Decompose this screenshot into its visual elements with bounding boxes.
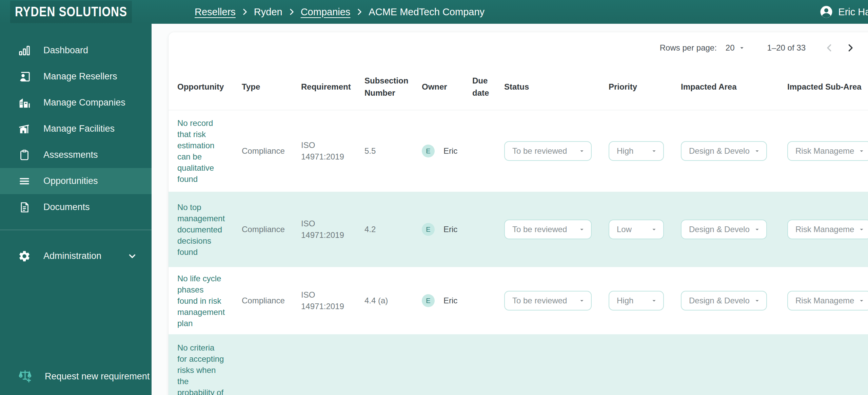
main-content: Rows per page: 20 1–20 of 33 Opportunity… <box>152 24 868 395</box>
pagination-range: 1–20 of 33 <box>767 43 806 53</box>
breadcrumb-current-company: ACME MedTech Company <box>369 6 485 18</box>
breadcrumb: Resellers Ryden Companies ACME MedTech C… <box>195 6 485 18</box>
sidebar-item-manage-resellers[interactable]: Manage Resellers <box>0 63 152 90</box>
requirement-cell: ISO 14971:2019 <box>301 289 352 312</box>
impacted-area-dropdown[interactable]: Design & Develo... <box>681 220 767 239</box>
sidebar-item-assessments[interactable]: Assessments <box>0 142 152 168</box>
owner-avatar: E <box>422 223 435 236</box>
brand-logo[interactable]: RYDEN SOLUTIONS <box>10 1 132 23</box>
sidebar-item-documents[interactable]: Documents <box>0 194 152 220</box>
impacted-sub-area-dropdown[interactable]: Risk Manageme... <box>787 141 868 161</box>
breadcrumb-resellers[interactable]: Resellers <box>195 6 236 18</box>
caret-down-icon <box>650 147 658 155</box>
caret-down-icon <box>650 226 658 233</box>
opportunity-link[interactable]: No top management documented decisions f… <box>177 202 232 258</box>
caret-down-icon <box>578 297 586 304</box>
breadcrumb-ryden: Ryden <box>254 6 282 18</box>
type-cell: Compliance <box>242 145 301 157</box>
previous-page-button[interactable] <box>822 40 837 55</box>
column-header-status[interactable]: Status <box>504 81 609 93</box>
impacted-area-dropdown[interactable]: Design & Develo... <box>681 291 767 311</box>
type-cell: Compliance <box>242 295 301 306</box>
list-icon <box>18 174 31 188</box>
facility-icon <box>18 122 31 136</box>
sidebar-item-opportunities[interactable]: Opportunities <box>0 168 152 194</box>
chevron-left-icon <box>824 43 834 53</box>
sidebar-item-dashboard[interactable]: Dashboard <box>0 37 152 63</box>
column-header-subsection-number[interactable]: Subsection Number <box>364 75 422 99</box>
column-header-requirement[interactable]: Requirement <box>301 81 364 93</box>
column-header-priority[interactable]: Priority <box>609 81 681 93</box>
caret-down-icon <box>753 147 761 155</box>
sidebar-item-manage-facilities[interactable]: Manage Facilities <box>0 116 152 142</box>
caret-down-icon <box>858 297 865 304</box>
sidebar-item-label: Manage Resellers <box>43 71 117 82</box>
column-header-opportunity[interactable]: Opportunity <box>177 81 242 93</box>
sidebar: Dashboard Manage Resellers <box>0 24 152 395</box>
status-dropdown[interactable]: To be reviewed <box>504 141 592 161</box>
bar-chart-icon <box>18 44 31 57</box>
caret-down-icon <box>858 147 865 155</box>
breadcrumb-companies[interactable]: Companies <box>301 6 351 18</box>
top-bar: RYDEN SOLUTIONS Resellers Ryden Companie… <box>0 0 868 24</box>
priority-dropdown[interactable]: High <box>609 291 664 311</box>
type-cell: Compliance <box>242 224 301 235</box>
table-row[interactable]: No criteria for accepting risks when the… <box>169 334 868 395</box>
clipboard-icon <box>18 148 31 162</box>
building-icon <box>18 96 31 110</box>
column-header-due-date[interactable]: Due date <box>472 75 504 99</box>
owner-avatar: E <box>422 294 435 307</box>
rows-per-page-value: 20 <box>726 43 735 53</box>
column-header-owner[interactable]: Owner <box>422 81 472 93</box>
caret-down-icon <box>858 226 865 233</box>
request-new-requirement-button[interactable]: Request new requirement <box>0 358 152 395</box>
owner-cell: E Eric <box>422 145 472 157</box>
caret-down-icon <box>753 226 761 233</box>
sidebar-item-administration[interactable]: Administration <box>0 243 152 269</box>
opportunity-link[interactable]: No criteria for accepting risks when the… <box>177 334 232 395</box>
owner-name: Eric <box>443 295 457 306</box>
priority-dropdown[interactable]: Low <box>609 220 664 239</box>
column-header-impacted-sub-area[interactable]: Impacted Sub-Area <box>787 81 868 93</box>
status-dropdown[interactable]: To be reviewed <box>504 220 592 239</box>
subsection-cell: 5.5 <box>364 145 422 157</box>
gear-icon <box>18 249 31 263</box>
document-icon <box>18 201 31 214</box>
impacted-area-dropdown[interactable]: Design & Develo... <box>681 141 767 161</box>
next-page-button[interactable] <box>843 40 858 55</box>
sidebar-item-label: Documents <box>43 202 90 212</box>
user-menu[interactable]: Eric Hani <box>819 0 868 24</box>
opportunity-link[interactable]: No life cycle phases found in risk manag… <box>177 273 232 329</box>
sidebar-item-label: Dashboard <box>43 45 88 56</box>
table-row[interactable]: No life cycle phases found in risk manag… <box>169 267 868 334</box>
rows-per-page-label: Rows per page: <box>660 43 717 53</box>
column-header-impacted-area[interactable]: Impacted Area <box>681 81 787 93</box>
requirement-cell: ISO 14971:2019 <box>301 218 352 241</box>
subsection-cell: 4.4 (a) <box>364 295 422 306</box>
chevron-right-icon <box>287 7 296 16</box>
column-header-type[interactable]: Type <box>242 81 301 93</box>
subsection-cell: 4.2 <box>364 224 422 235</box>
sidebar-footer-label: Request new requirement <box>45 371 150 382</box>
table-row[interactable]: No top management documented decisions f… <box>169 192 868 267</box>
caret-down-icon <box>650 297 658 304</box>
sidebar-item-manage-companies[interactable]: Manage Companies <box>0 90 152 116</box>
opportunity-link[interactable]: No record that risk estimation can be qu… <box>177 117 232 185</box>
impacted-sub-area-dropdown[interactable]: Risk Manageme... <box>787 220 868 239</box>
sidebar-item-label: Manage Facilities <box>43 124 115 134</box>
impacted-sub-area-dropdown[interactable]: Risk Manageme... <box>787 291 868 311</box>
table-row[interactable]: No record that risk estimation can be qu… <box>169 110 868 192</box>
caret-down-icon <box>753 297 761 304</box>
sidebar-divider <box>0 230 152 230</box>
rows-per-page-select[interactable]: 20 <box>726 43 746 53</box>
status-dropdown[interactable]: To be reviewed <box>504 291 592 311</box>
sidebar-item-label: Manage Companies <box>43 97 125 108</box>
person-card-icon <box>18 70 31 83</box>
table-header-row: Opportunity Type Requirement Subsection … <box>169 63 868 110</box>
chevron-right-icon <box>355 7 364 16</box>
owner-cell: E Eric <box>422 223 472 236</box>
priority-dropdown[interactable]: High <box>609 141 664 161</box>
owner-name: Eric <box>443 224 457 235</box>
sidebar-item-label: Assessments <box>43 150 98 160</box>
owner-name: Eric <box>443 145 457 157</box>
